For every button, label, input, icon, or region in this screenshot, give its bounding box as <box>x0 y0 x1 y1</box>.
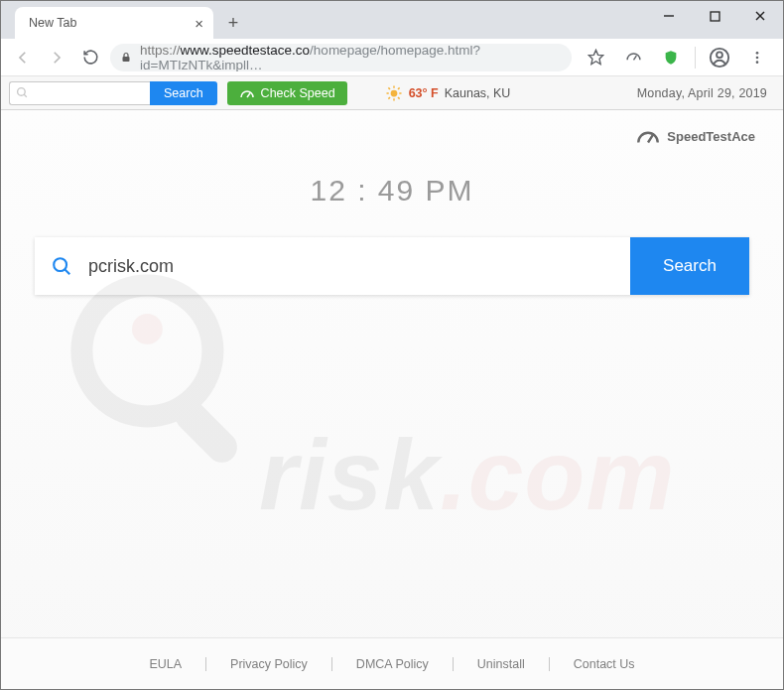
separator <box>695 47 696 69</box>
svg-point-9 <box>756 52 759 55</box>
profile-avatar-icon[interactable] <box>706 44 733 71</box>
svg-line-27 <box>648 135 653 143</box>
footer-link-contact[interactable]: Contact Us <box>550 657 659 671</box>
svg-line-20 <box>388 87 390 89</box>
bookmark-star-icon[interactable] <box>582 44 609 71</box>
main-search-button-label: Search <box>663 256 717 276</box>
svg-point-15 <box>390 89 397 96</box>
footer-link-dmca[interactable]: DMCA Policy <box>332 657 453 671</box>
extension-toolbar: Search Check Speed 63° F Kaunas, KU Mond… <box>1 76 783 110</box>
page-footer: EULA Privacy Policy DMCA Policy Uninstal… <box>1 637 783 689</box>
svg-point-12 <box>18 88 26 96</box>
svg-rect-1 <box>711 12 719 21</box>
svg-rect-4 <box>123 57 130 62</box>
back-button[interactable] <box>9 44 37 71</box>
browser-tab[interactable]: New Tab × <box>15 7 213 39</box>
new-tab-button[interactable]: + <box>219 9 247 37</box>
chrome-menu-icon[interactable] <box>743 44 771 71</box>
weather-temp: 63° F <box>409 86 439 100</box>
gauge-icon <box>239 86 255 100</box>
svg-line-23 <box>398 87 400 89</box>
svg-marker-5 <box>588 50 602 64</box>
svg-line-22 <box>388 96 390 98</box>
svg-point-25 <box>132 314 163 345</box>
svg-line-21 <box>398 96 400 98</box>
weather-location: Kaunas, KU <box>445 86 511 100</box>
brand-text: SpeedTestAce <box>667 129 755 144</box>
toolbar-date: Monday, April 29, 2019 <box>637 86 775 100</box>
toolbar-right <box>578 44 775 71</box>
footer-link-eula[interactable]: EULA <box>125 657 205 671</box>
clock-display: 12 : 49 PM <box>1 110 783 207</box>
browser-nav-row: https://www.speedtestace.co/homepage/hom… <box>1 39 783 76</box>
main-search-button[interactable]: Search <box>630 237 749 295</box>
svg-point-24 <box>81 285 212 416</box>
search-icon <box>16 86 29 99</box>
toolbar-search-group: Search <box>9 81 217 105</box>
window-titlebar: New Tab × + <box>1 1 783 39</box>
maximize-button[interactable] <box>692 1 737 31</box>
search-icon <box>35 237 88 295</box>
lock-icon <box>120 51 132 64</box>
url-text: https://www.speedtestace.co/homepage/hom… <box>140 44 562 71</box>
svg-line-6 <box>633 56 636 60</box>
toolbar-search-button[interactable]: Search <box>150 81 217 105</box>
brand-logo: SpeedTestAce <box>635 126 755 146</box>
toolbar-search-input[interactable] <box>9 81 150 105</box>
svg-point-10 <box>756 56 759 59</box>
svg-line-14 <box>247 92 250 97</box>
sun-icon <box>385 84 403 102</box>
close-tab-icon[interactable]: × <box>195 16 203 31</box>
extension-gauge-icon[interactable] <box>619 44 647 71</box>
extension-shield-icon[interactable] <box>657 44 685 71</box>
forward-button[interactable] <box>43 44 70 71</box>
address-bar[interactable]: https://www.speedtestace.co/homepage/hom… <box>110 44 572 71</box>
svg-line-13 <box>24 94 27 97</box>
close-window-button[interactable] <box>737 1 783 31</box>
svg-point-8 <box>717 52 722 58</box>
weather-widget[interactable]: 63° F Kaunas, KU <box>385 84 511 102</box>
main-search-box: Search <box>35 237 749 295</box>
svg-point-11 <box>756 61 759 64</box>
minimize-button[interactable] <box>646 1 692 31</box>
toolbar-search-label: Search <box>164 86 203 100</box>
tab-title: New Tab <box>29 16 76 30</box>
svg-line-29 <box>65 269 69 274</box>
svg-rect-26 <box>170 394 244 469</box>
reload-button[interactable] <box>76 44 104 71</box>
svg-point-28 <box>54 258 66 271</box>
window-controls <box>646 1 783 31</box>
page-content: risk.com SpeedTestAce 12 : 49 PM Search … <box>1 110 783 689</box>
check-speed-button[interactable]: Check Speed <box>227 81 347 105</box>
brand-gauge-icon <box>635 126 661 146</box>
footer-link-uninstall[interactable]: Uninstall <box>454 657 549 671</box>
footer-link-privacy[interactable]: Privacy Policy <box>206 657 331 671</box>
main-search-input[interactable] <box>88 237 630 295</box>
check-speed-label: Check Speed <box>261 86 335 100</box>
